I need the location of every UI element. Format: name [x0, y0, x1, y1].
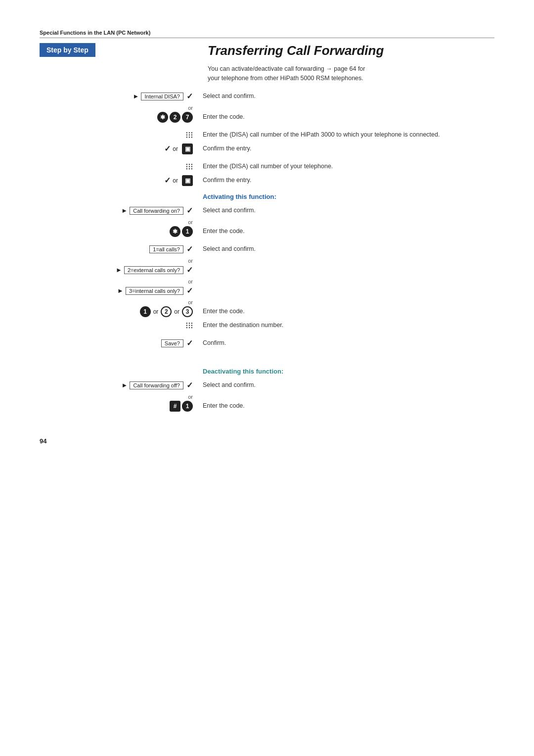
- desc-confirm-entry-2: Confirm the entry.: [203, 176, 251, 185]
- step-num-icons: 1 or 2 or 3 Enter the code.: [40, 306, 494, 317]
- check-confirm-2: ✓ or ▣: [164, 175, 193, 186]
- nav-arrow-ext: ►: [116, 266, 122, 274]
- step-keypad-telephone: ⁝⁝⁝ Enter the (DISA) call number of your…: [40, 161, 494, 172]
- or-check-1: or: [173, 145, 178, 152]
- step-all-calls: 1=all calls? ✓ Select and confirm.: [40, 244, 494, 255]
- or-2: or: [40, 219, 198, 225]
- nav-arrow-fwd-on: ►: [121, 207, 128, 214]
- checkmark-1: ✓: [164, 144, 171, 153]
- step-confirm-entry-1: ✓ or ▣ Confirm the entry.: [40, 143, 494, 154]
- icon-7: 7: [182, 112, 193, 123]
- desc-call-fwd-on: Select and confirm.: [203, 206, 256, 215]
- desc-enter-code-1: Enter the code.: [203, 113, 245, 122]
- intro-text: You can activate/deactivate call forward…: [208, 64, 376, 83]
- confirm-icon-1: ▣: [182, 143, 193, 154]
- icon-num-2: 2: [161, 306, 172, 317]
- icon-star-2: ✱: [170, 226, 180, 237]
- menu-internal-disa: Internal DISA?: [141, 93, 183, 100]
- step-save: Save? ✓ Confirm.: [40, 338, 494, 349]
- menu-all-calls: 1=all calls?: [149, 245, 183, 253]
- code-icons-star1: ✱ 1: [170, 226, 193, 237]
- main-title: Transferring Call Forwarding: [208, 43, 494, 58]
- step-by-step-box: Step by Step: [40, 43, 95, 57]
- section-header: Special Functions in the LAN (PC Network…: [40, 30, 494, 38]
- step-code-hash1: # 1 Enter the code.: [40, 401, 494, 412]
- checkmark-internal-calls: ✓: [186, 286, 193, 295]
- nav-arrow: ►: [133, 93, 139, 100]
- check-confirm-1: ✓ or ▣: [164, 143, 193, 154]
- code-icons-hash1: # 1: [168, 401, 193, 412]
- desc-enter-code-2: Enter the code.: [203, 227, 245, 236]
- icon-hash: #: [170, 401, 180, 412]
- nav-arrow-fwd-off: ►: [122, 381, 128, 389]
- icon-1-off: 1: [182, 401, 193, 412]
- checkmark-fwd-on: ✓: [186, 206, 193, 215]
- or-3: or: [40, 258, 198, 264]
- menu-call-fwd-off: Call forwarding off?: [130, 381, 183, 389]
- or-num-1: or: [153, 308, 159, 315]
- icon-num-3: 3: [182, 306, 193, 317]
- keypad-icon-3: ⁝⁝⁝: [185, 320, 193, 331]
- checkmark-all-calls: ✓: [186, 244, 193, 254]
- step-code-star1: ✱ 1 Enter the code.: [40, 226, 494, 237]
- step-keypad-dest: ⁝⁝⁝ Enter the destination number.: [40, 320, 494, 331]
- desc-dest-number: Enter the destination number.: [203, 321, 283, 330]
- step-call-fwd-off: ► Call forwarding off? ✓ Select and conf…: [40, 380, 494, 391]
- desc-disa-callnum: Enter the (DISA) call number of the HiPa…: [203, 131, 440, 140]
- checkmark-2: ✓: [164, 176, 171, 185]
- step-external-calls: ► 2=external calls only? ✓: [40, 265, 494, 276]
- step-deactivating-header: Deactivating this function:: [40, 364, 494, 377]
- code-icons-123: 1 or 2 or 3: [140, 306, 193, 317]
- step-call-fwd-on: ► Call forwarding on? ✓ Select and confi…: [40, 205, 494, 216]
- nav-arrow-int: ►: [117, 287, 124, 294]
- or-num-2: or: [174, 308, 179, 315]
- step-keypad-hipath: ⁝⁝⁝ Enter the (DISA) call number of the …: [40, 130, 494, 141]
- menu-save: Save?: [161, 339, 183, 347]
- menu-call-fwd-on: Call forwarding on?: [130, 207, 183, 215]
- or-5: or: [40, 299, 198, 305]
- checkmark-fwd-off: ✓: [186, 380, 193, 390]
- desc-all-calls: Select and confirm.: [203, 245, 256, 254]
- step-confirm-entry-2: ✓ or ▣ Confirm the entry.: [40, 175, 494, 186]
- checkmark-save: ✓: [186, 338, 193, 348]
- confirm-icon-2: ▣: [182, 175, 193, 186]
- step-internal-disa: ► Internal DISA? ✓ Select and confirm.: [40, 91, 494, 102]
- keypad-icon-2: ⁝⁝⁝: [185, 161, 193, 172]
- desc-confirm-entry-1: Confirm the entry.: [203, 144, 251, 153]
- desc-save: Confirm.: [203, 339, 226, 348]
- step-code-star27: ✱ 2 7 Enter the code.: [40, 112, 494, 123]
- step-internal-calls: ► 3=internal calls only? ✓: [40, 285, 494, 296]
- desc-enter-code-3: Enter the code.: [203, 307, 245, 316]
- code-icons-star27: ✱ 2 7: [157, 112, 193, 123]
- icon-1: 1: [182, 226, 193, 237]
- or-6: or: [40, 394, 198, 400]
- deactivating-title: Deactivating this function:: [203, 368, 283, 375]
- icon-star: ✱: [157, 112, 168, 123]
- keypad-icon-1: ⁝⁝⁝: [185, 130, 193, 141]
- checkmark-external-calls: ✓: [186, 265, 193, 275]
- page-content: Special Functions in the LAN (PC Network…: [40, 30, 494, 445]
- desc-internal-disa: Select and confirm.: [203, 92, 256, 101]
- desc-call-fwd-off: Select and confirm.: [203, 381, 256, 390]
- or-check-2: or: [173, 177, 178, 184]
- icon-2: 2: [170, 112, 180, 123]
- desc-enter-code-4: Enter the code.: [203, 402, 245, 411]
- or-1: or: [40, 105, 198, 111]
- page-number: 94: [40, 437, 494, 445]
- checkmark-internal-disa: ✓: [186, 92, 193, 101]
- icon-num-1: 1: [140, 306, 151, 317]
- desc-disa-callnum-2: Enter the (DISA) call number of your tel…: [203, 162, 333, 171]
- step-activating-header: Activating this function:: [40, 189, 494, 202]
- or-4: or: [40, 279, 198, 284]
- activating-title: Activating this function:: [203, 193, 276, 200]
- menu-external-calls: 2=external calls only?: [124, 266, 183, 274]
- menu-internal-calls: 3=internal calls only?: [126, 287, 183, 295]
